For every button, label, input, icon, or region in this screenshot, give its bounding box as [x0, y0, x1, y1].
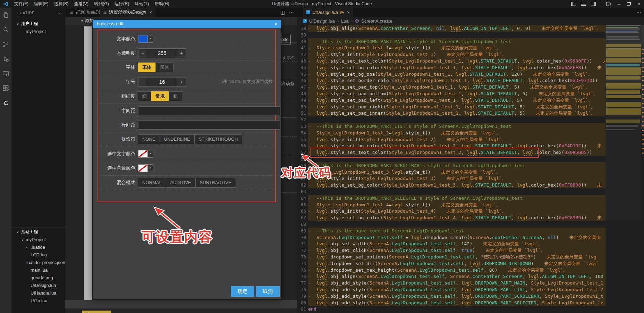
code-line-47[interactable]: 47→lvgl.style_set_pad_top(Style_LvglDrop… [297, 84, 644, 90]
split-editor-icon[interactable]: ◫ [280, 9, 285, 15]
font-option-宋体[interactable]: 宋体 [138, 63, 156, 72]
code-line-72[interactable]: 72→lvgl.obj_set_click(ScreenA.LvglDropdo… [297, 247, 644, 254]
size-value[interactable]: 16 [147, 77, 177, 87]
minimize-icon[interactable]: – [616, 1, 622, 7]
code-line-40[interactable]: 40→--This is the DROPDOWN_PART_MAIN's st… [297, 38, 644, 45]
code-line-66[interactable]: 66→lvgl.style_init(Style_LvglDropdown1_t… [297, 208, 644, 214]
weight-option-粗[interactable]: 粗 [169, 91, 182, 101]
code-line-75[interactable]: 75→lvgl.dropdown_set_max_height(ScreenA.… [297, 267, 644, 273]
code-line-65[interactable]: 65→Style_LvglDropdown1_test_4=lvgl.style… [297, 201, 644, 208]
sidebar-section-header[interactable]: ∨用户工程 [11, 20, 65, 27]
code-line-45[interactable]: 45→lvgl.style_set_bg_opa(Style_LvglDropd… [297, 71, 644, 77]
add-widget-button[interactable]: + 添加 [81, 18, 94, 23]
letter-spacing-input[interactable] [138, 106, 280, 115]
code-line-39[interactable]: 39 [297, 32, 644, 38]
scrollbar-thumb[interactable] [641, 25, 644, 129]
code-line-62[interactable]: 62→lvgl.style_set_bg_color(Style_LvglDro… [297, 182, 644, 188]
code-line-63[interactable]: 63 [297, 188, 644, 195]
selected-bg-color-swatch-group[interactable]: × [138, 164, 153, 172]
sidebar-item-myproject[interactable]: ∨myProject [11, 236, 65, 243]
tab-ui-designer[interactable]: ≣ UI设计器:UiDesign × [100, 8, 155, 17]
weight-option-常规[interactable]: 常规 [151, 91, 169, 101]
source-control-icon[interactable] [0, 37, 11, 51]
code-line-67[interactable]: 67→lvgl.style_set_bg_color(Style_LvglDro… [297, 214, 644, 221]
plus-button[interactable]: + [177, 77, 186, 87]
sidebar-item-uitp-lua[interactable]: UiTp.lua [11, 297, 65, 304]
decorator-option-strikethrough[interactable]: STRIKETHROUGH [194, 134, 243, 144]
code-line-64[interactable]: 64→--This is the DROPDOWN_PART_SELECTED'… [297, 195, 644, 201]
code-line-48[interactable]: 48→lvgl.style_set_pad_bottom(Style_LvglD… [297, 90, 644, 97]
sidebar-item-qrcode-png[interactable]: qrcode.png [11, 274, 65, 281]
code-line-80[interactable]: 80→lvgl.obj_add_style(ScreenA.LvglDropdo… [297, 299, 644, 306]
layout-sidebar-left-icon[interactable] [571, 2, 576, 6]
opacity-value[interactable]: 255 [147, 49, 177, 58]
clear-color-icon[interactable]: × [147, 35, 153, 42]
run-debug-icon[interactable] [0, 51, 11, 66]
code-line-68[interactable]: 68 [297, 221, 644, 228]
code-line-70[interactable]: 70→ScreenA.LvglDropdown1_test.self = lvg… [297, 234, 644, 241]
close-icon[interactable]: × [347, 10, 350, 15]
event-button[interactable]: 事件 [282, 55, 296, 61]
screen-tab-screena[interactable]: ScreenA [82, 311, 111, 313]
sidebar-item-uihandle-lua[interactable]: UiHandle.lua [11, 289, 65, 297]
ok-button[interactable]: 确定 [231, 286, 254, 297]
minus-button[interactable]: − [138, 49, 147, 58]
sidebar-item-myproject[interactable]: myProject [11, 27, 65, 35]
explorer-icon[interactable] [0, 8, 11, 22]
blend-option-normal[interactable]: NORMAL [138, 178, 166, 188]
color-swatch-none[interactable] [138, 150, 147, 157]
text-color-swatch-group[interactable]: × [138, 35, 153, 43]
sidebar-item-lcd-lua[interactable]: LCD.lua [11, 251, 65, 258]
code-line-57[interactable]: 57→lvgl.style_set_text_color(Style_LvglD… [297, 149, 644, 156]
minimap-slider[interactable] [605, 25, 641, 86]
minimap[interactable] [605, 25, 641, 220]
layout-panel-icon[interactable] [581, 2, 586, 6]
search-icon[interactable] [0, 22, 11, 37]
menu-item-0[interactable]: 文件(F) [11, 0, 31, 8]
remote-explorer-icon[interactable] [0, 66, 11, 81]
extensions-icon[interactable] [0, 81, 11, 95]
sidebar-more-icon[interactable]: ⋯ [57, 10, 62, 16]
restore-icon[interactable] [627, 2, 631, 6]
close-window-icon[interactable]: × [636, 1, 642, 7]
dialog-title-bar[interactable]: hmk-css-edit × [93, 20, 281, 28]
breadcrumb-item-symbol[interactable]: ScreenA.create [361, 18, 392, 24]
code-line-51[interactable]: 51→lvgl.style_set_pad_inner(Style_LvglDr… [297, 110, 644, 116]
code-line-43[interactable]: 43→lvgl.style_set_text_color(Style_LvglD… [297, 58, 644, 64]
sidebar-item-uidesign-lua[interactable]: UiDesign.lua [11, 281, 65, 289]
tab-extension-luatide[interactable]: ≣ 扩展: luatIDE [67, 8, 105, 17]
sidebar-item-luatide-project-json[interactable]: luatide_project.json [11, 258, 65, 266]
more-actions-icon[interactable]: ⋯ [289, 9, 294, 15]
code-line-50[interactable]: 50→lvgl.style_set_pad_right(Style_LvglDr… [297, 104, 644, 110]
code-line-53[interactable]: 53→--This is the DROPDOWN_PART_LIST's st… [297, 123, 644, 130]
dialog-close-icon[interactable]: × [274, 20, 278, 28]
sidebar-item--luatide[interactable]: ›.luatide [11, 243, 65, 251]
selected-text-color-swatch-group[interactable]: × [138, 150, 153, 158]
close-icon[interactable]: × [149, 10, 152, 15]
breadcrumb-item-file[interactable]: UiDesign.lua [309, 18, 335, 24]
tab-uidesign-lua[interactable]: UiDesign.lua 9+ × [303, 8, 353, 17]
code-line-49[interactable]: 49→lvgl.style_set_pad_left(Style_LvglDro… [297, 97, 644, 104]
sidebar-section-header[interactable]: ∨活动工程 [11, 228, 65, 236]
code-line-44[interactable]: 44→lvgl.style_set_bg_color(Style_LvglDro… [297, 64, 644, 71]
blend-option-additive[interactable]: ADDITIVE [166, 178, 196, 188]
cancel-button[interactable]: 取消 [256, 286, 280, 297]
code-line-77[interactable]: 77→lvgl.obj_add_style(ScreenA.LvglDropdo… [297, 280, 644, 286]
code-line-79[interactable]: 79→lvgl.obj_add_style(ScreenA.LvglDropdo… [297, 293, 644, 299]
menu-item-4[interactable]: 转到(G) [91, 0, 112, 8]
minus-button[interactable]: − [138, 77, 147, 87]
weight-option-细[interactable]: 细 [138, 91, 151, 101]
code-line-58[interactable]: 58 [297, 156, 644, 162]
menu-item-3[interactable]: 查看(V) [71, 0, 91, 8]
clear-color-icon[interactable]: × [147, 165, 153, 172]
code-line-52[interactable]: 52 [297, 116, 644, 123]
layout-sidebar-right-icon[interactable] [591, 2, 596, 6]
decorator-option-underline[interactable]: UNDERLINE [160, 134, 195, 144]
menu-item-2[interactable]: 选择(S) [51, 0, 71, 8]
customize-layout-icon[interactable] [606, 2, 611, 6]
menu-item-6[interactable]: 终端(T) [132, 0, 152, 8]
code-line-54[interactable]: 54→Style_LvglDropdown1_test_2=lvgl.style… [297, 130, 644, 136]
code-line-81[interactable]: 81end [297, 306, 644, 312]
menu-item-7[interactable]: 帮助(H) [152, 0, 172, 8]
code-line-38[interactable]: 38→lvgl.obj_align(ScreenA.contFather_Scr… [297, 25, 644, 32]
